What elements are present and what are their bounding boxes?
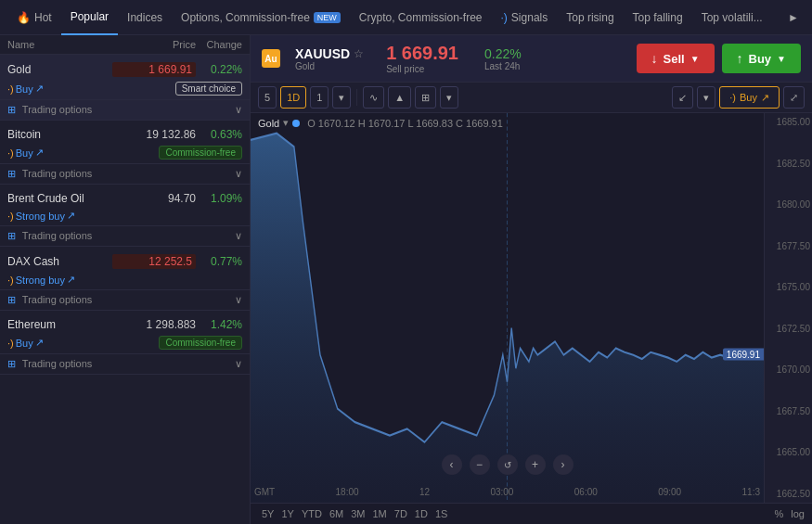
instrument-gold: Gold 1 669.91 0.22% ·) Buy ↗ Smart choic… [0, 55, 250, 121]
chart-type-area-button[interactable]: ▲ [388, 86, 411, 109]
trading-options-icon-dax: ⊞ [7, 294, 16, 305]
gold-buy-button[interactable]: ·) Buy ↗ [7, 83, 44, 95]
nav-crypto[interactable]: Crypto, Commission-free [350, 0, 492, 35]
trading-options-icon-eth: ⊞ [7, 358, 16, 369]
period-3m[interactable]: 3M [347, 507, 368, 520]
nav-hot[interactable]: 🔥 Hot [7, 0, 61, 35]
bitcoin-actions: ·) Buy ↗ Commission-free [0, 143, 250, 163]
nav-signals[interactable]: ·) Signals [492, 0, 558, 35]
gold-trading-options[interactable]: ⊞ Trading options ∨ [0, 99, 250, 120]
column-headers: Name Price Change [0, 35, 250, 55]
scale-log[interactable]: log [791, 508, 805, 519]
timeframe-1d-button[interactable]: 1D [280, 86, 306, 109]
chart-instrument-display: Gold ▾ [258, 117, 300, 129]
instrument-dax-row[interactable]: DAX Cash 12 252.5 0.77% [0, 247, 250, 271]
instrument-title-block: XAUUSD ☆ Gold [295, 46, 364, 71]
bitcoin-trading-options[interactable]: ⊞ Trading options ∨ [0, 163, 250, 184]
header-price-block: 1 669.91 Sell price [386, 43, 458, 74]
chart-content: 1669.91 ‹ − ↺ + › GMT 18:00 12 03:00 06:… [251, 113, 764, 503]
timeframe-dropdown-button[interactable]: ▾ [332, 86, 351, 109]
nav-top-falling[interactable]: Top falling [624, 0, 692, 35]
header-change-block: 0.22% Last 24h [484, 46, 522, 71]
period-7d[interactable]: 7D [391, 507, 411, 520]
instrument-gold-row[interactable]: Gold 1 669.91 0.22% [0, 55, 250, 79]
gold-smart-choice-badge[interactable]: Smart choice [175, 82, 242, 96]
instrument-brent-row[interactable]: Brent Crude Oil 94.70 1.09% [0, 185, 250, 207]
period-1y[interactable]: 1Y [277, 507, 297, 520]
y-label-9: 1662.50 [767, 489, 810, 499]
ethereum-buy-button[interactable]: ·) Buy ↗ [7, 337, 44, 349]
chart-nav-prev[interactable]: ‹ [442, 454, 462, 475]
sell-button[interactable]: ↓ Sell ▼ [637, 44, 715, 73]
period-6m[interactable]: 6M [326, 507, 347, 520]
period-1d[interactable]: 1D [411, 507, 432, 520]
chart-nav-reset[interactable]: ↺ [497, 454, 518, 475]
chart-svg [251, 113, 764, 503]
ethereum-name: Ethereum [7, 318, 112, 331]
brent-strong-buy-button[interactable]: ·) Strong buy ↗ [7, 210, 75, 222]
chart-draw-button[interactable]: ↙ [672, 86, 693, 109]
gold-change: 0.22% [196, 63, 242, 76]
fullscreen-button[interactable]: ⤢ [783, 86, 805, 109]
gold-name: Gold [7, 63, 112, 76]
chart-dot-indicator [292, 120, 300, 127]
chart-nav-plus[interactable]: + [525, 454, 546, 475]
trading-options-icon-btc: ⊞ [7, 168, 16, 179]
ethereum-trading-options[interactable]: ⊞ Trading options ∨ [0, 353, 250, 374]
chart-nav-minus[interactable]: − [470, 454, 490, 475]
chart-draw-dropdown[interactable]: ▾ [697, 86, 715, 109]
time-0900: 09:00 [658, 487, 681, 497]
scale-options: % log [775, 508, 805, 519]
chart-area: Gold ▾ O 1670.12 H 1670.17 L 1669.83 C 1… [251, 113, 812, 503]
header-change-label: Last 24h [484, 61, 522, 71]
period-1m[interactable]: 1M [369, 507, 391, 520]
fire-icon: 🔥 [17, 11, 31, 24]
chart-nav-next[interactable]: › [553, 454, 574, 475]
instrument-ethereum-row[interactable]: Ethereum 1 298.883 1.42% [0, 311, 250, 333]
gold-expand-icon: ∨ [235, 104, 242, 116]
chart-buy-button[interactable]: ·) Buy ↗ [719, 86, 780, 109]
bitcoin-buy-button[interactable]: ·) Buy ↗ [7, 147, 44, 159]
dax-strong-buy-button[interactable]: ·) Strong buy ↗ [7, 274, 75, 286]
y-label-6: 1670.00 [767, 364, 810, 375]
chart-nav-controls: ‹ − ↺ + › [442, 454, 574, 475]
bitcoin-expand-icon: ∨ [235, 168, 242, 180]
timeframe-1-button[interactable]: 1 [310, 86, 329, 109]
instrument-bitcoin: Bitcoin 19 132.86 0.63% ·) Buy ↗ Commiss… [0, 121, 250, 185]
brent-trading-options[interactable]: ⊞ Trading options ∨ [0, 225, 250, 246]
sell-dropdown-icon: ▼ [690, 54, 700, 64]
instrument-dax: DAX Cash 12 252.5 0.77% ·) Strong buy ↗ … [0, 247, 250, 311]
signal-dot-icon-eth: ·) [7, 338, 14, 349]
nav-top-rising[interactable]: Top rising [557, 0, 623, 35]
nav-indices[interactable]: Indices [118, 0, 172, 35]
ethereum-price: 1 298.883 [112, 318, 196, 331]
chart-dropdown-icon[interactable]: ▾ [283, 117, 289, 129]
chart-type-line-button[interactable]: ∿ [363, 86, 384, 109]
chart-type-candle-button[interactable]: ⊞ [415, 86, 436, 109]
period-5y[interactable]: 5Y [258, 507, 277, 520]
period-1s[interactable]: 1S [432, 507, 451, 520]
nav-top-volatility[interactable]: Top volatili... [692, 0, 772, 35]
chart-indicators-button[interactable]: ▾ [440, 86, 458, 109]
instrument-logo: Au [262, 49, 280, 68]
scale-pct[interactable]: % [775, 508, 784, 519]
bitcoin-commission-badge: Commission-free [159, 146, 242, 160]
dax-trading-options[interactable]: ⊞ Trading options ∨ [0, 289, 250, 310]
star-icon[interactable]: ☆ [354, 47, 364, 60]
buy-button[interactable]: ↑ Buy ▼ [722, 44, 801, 73]
nav-more-arrow[interactable]: ► [782, 11, 805, 24]
header-sell-price: 1 669.91 [386, 43, 458, 64]
line-chart-icon: ∿ [369, 92, 378, 104]
period-row: 5Y 1Y YTD 6M 3M 1M 7D 1D 1S % log [251, 503, 812, 524]
instrument-bitcoin-row[interactable]: Bitcoin 19 132.86 0.63% [0, 121, 250, 143]
nav-popular[interactable]: Popular [61, 0, 118, 35]
dax-change: 0.77% [196, 255, 242, 268]
nav-options[interactable]: Options, Commission-free NEW [172, 0, 350, 35]
trading-options-icon: ⊞ [7, 104, 16, 115]
period-ytd[interactable]: YTD [298, 507, 326, 520]
bitcoin-change: 0.63% [196, 128, 242, 141]
header-actions: ↓ Sell ▼ ↑ Buy ▼ [637, 44, 802, 73]
y-label-2: 1680.00 [767, 199, 810, 210]
ethereum-commission-badge: Commission-free [159, 336, 242, 350]
timeframe-5-button[interactable]: 5 [258, 86, 277, 109]
